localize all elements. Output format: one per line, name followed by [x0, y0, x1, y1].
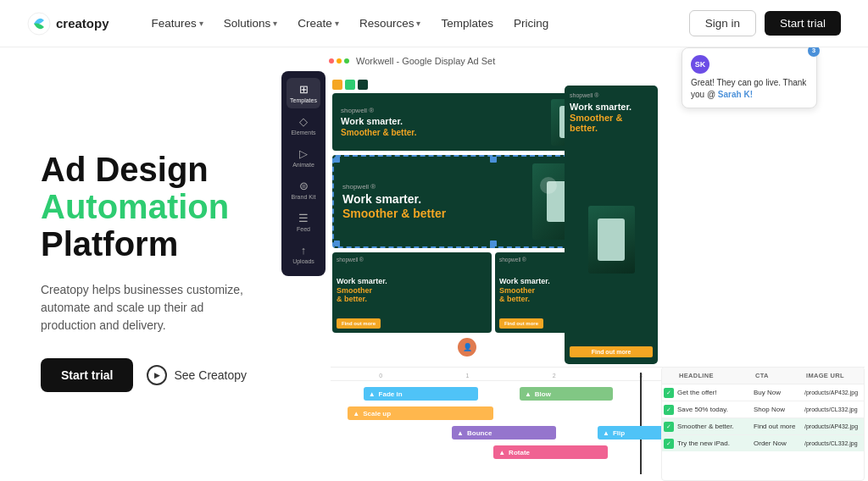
canvas-dots — [329, 58, 349, 64]
feed-icon: ☰ — [298, 212, 309, 224]
comment-name: Sarah K! — [718, 90, 753, 99]
brandkit-icon: ⊜ — [299, 180, 309, 192]
comment-bubble: SK Great! They can go live. Thank you @ … — [682, 47, 817, 108]
nav-create[interactable]: Create ▾ — [289, 12, 348, 35]
canvas-project-name: Workwell - Google Display Ad Set — [356, 56, 495, 66]
chevron-down-icon: ▾ — [199, 19, 203, 28]
track-bounce[interactable]: ▲Bounce — [452, 426, 556, 440]
track-scale-up[interactable]: ▲Scale up — [348, 406, 493, 420]
check-icon: ✓ — [664, 388, 674, 398]
demo-area: SK Great! They can go live. Thank you @ … — [271, 47, 868, 481]
hero-buttons: Start trial ▶ See Creatopy — [41, 358, 271, 392]
toolbar-uploads[interactable]: ↑ Uploads — [287, 239, 320, 269]
toolbar-elements[interactable]: ◇ Elements — [287, 110, 320, 141]
hero-title: Ad Design Automation Platform — [41, 151, 271, 263]
toolbar-feed[interactable]: ☰ Feed — [287, 207, 320, 237]
avatar: SK — [691, 55, 709, 74]
check-icon: ✓ — [664, 439, 674, 449]
chevron-down-icon: ▾ — [335, 19, 339, 28]
logo[interactable]: creatopy — [27, 12, 109, 36]
see-creatopy-button[interactable]: ▶ See Creatopy — [147, 365, 247, 385]
play-icon: ▶ — [147, 365, 167, 385]
main-content: Ad Design Automation Platform Creatopy h… — [0, 47, 868, 481]
header-actions: Sign in Start trial — [689, 10, 841, 36]
header-start-trial-button[interactable]: Start trial — [765, 11, 841, 36]
check-icon: ✓ — [664, 405, 674, 415]
check-icon: ✓ — [664, 422, 674, 432]
elements-icon: ◇ — [299, 115, 308, 128]
nav-solutions[interactable]: Solutions ▾ — [215, 12, 287, 35]
start-trial-button[interactable]: Start trial — [41, 358, 133, 392]
table-row-highlighted: ✓ Smoother & better. Find out more /prod… — [662, 418, 864, 435]
table-header: HEADLINE CTA IMAGE URL — [662, 368, 864, 384]
ad-small-1: shopwell ® Work smarter.Smoother& better… — [332, 252, 492, 333]
hero-section: Ad Design Automation Platform Creatopy h… — [0, 47, 271, 481]
toolbar-brandkit[interactable]: ⊜ Brand Kit — [287, 174, 320, 205]
th-cta: CTA — [750, 368, 801, 384]
header: creatopy Features ▾ Solutions ▾ Create ▾… — [0, 0, 868, 47]
track-flip[interactable]: ▲Flip — [598, 426, 670, 440]
data-table: HEADLINE CTA IMAGE URL ✓ Get the offer! … — [661, 367, 865, 481]
nav-resources[interactable]: Resources ▾ — [351, 12, 430, 35]
logo-text: creatopy — [56, 16, 109, 30]
nav-templates[interactable]: Templates — [432, 12, 502, 35]
nav-features[interactable]: Features ▾ — [143, 12, 212, 35]
track-fade-in[interactable]: ▲Fade in — [364, 387, 478, 401]
canvas-avatar: 👤 — [456, 336, 478, 358]
uploads-icon: ↑ — [301, 244, 307, 257]
logo-icon — [27, 12, 51, 36]
toolbar-templates[interactable]: ⊞ Templates — [287, 78, 320, 108]
track-blow[interactable]: ▲Blow — [520, 387, 614, 401]
th-url: IMAGE URL — [801, 368, 865, 384]
toolbar-panel: ⊞ Templates ◇ Elements ▷ Animate ⊜ Brand… — [281, 71, 326, 276]
table-row: ✓ Get the offer! Buy Now /products/AP432… — [662, 384, 864, 401]
chevron-down-icon: ▾ — [416, 19, 420, 28]
signin-button[interactable]: Sign in — [689, 10, 756, 36]
hero-subtitle: Creatopy helps businesses customize, aut… — [41, 281, 261, 334]
animate-icon: ▷ — [299, 147, 308, 160]
toolbar-animate[interactable]: ▷ Animate — [287, 142, 320, 173]
templates-icon: ⊞ — [299, 83, 309, 96]
nav-pricing[interactable]: Pricing — [505, 12, 557, 35]
ad-tall: shopwell ® Work smarter.Smoother &better… — [565, 86, 658, 364]
track-rotate[interactable]: ▲Rotate — [493, 445, 608, 459]
th-headline: HEADLINE — [674, 368, 750, 384]
chevron-down-icon: ▾ — [273, 19, 277, 28]
table-row: ✓ Save 50% today. Shop Now /products/CL3… — [662, 401, 864, 418]
table-row-highlighted: ✓ Try the new iPad. Order Now /products/… — [662, 435, 864, 451]
main-nav: Features ▾ Solutions ▾ Create ▾ Resource… — [143, 12, 689, 35]
